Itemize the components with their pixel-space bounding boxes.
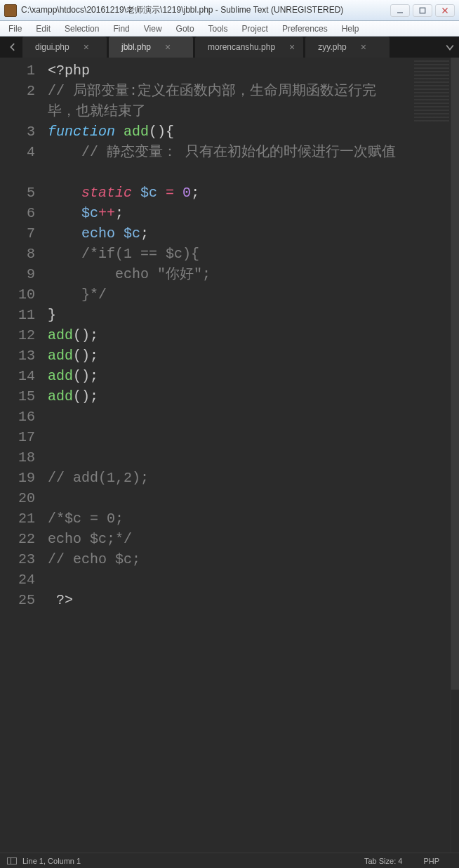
minimize-button[interactable]	[390, 4, 410, 17]
code-line[interactable]: ?>	[48, 590, 399, 610]
line-number: 11	[0, 305, 35, 325]
chevron-left-icon	[9, 43, 18, 51]
menu-edit[interactable]: Edit	[32, 22, 55, 35]
line-number: 12	[0, 325, 35, 346]
line-number: 22	[0, 529, 35, 549]
tab-zyy[interactable]: zyy.php ×	[305, 37, 390, 58]
line-number-wrap	[0, 162, 35, 183]
status-cursor[interactable]: Line 1, Column 1	[22, 857, 81, 865]
line-number: 2	[0, 81, 35, 101]
status-right: Tab Size: 4 PHP	[364, 857, 452, 865]
menu-preferences[interactable]: Preferences	[278, 22, 332, 35]
tab-close-icon[interactable]: ×	[361, 42, 366, 52]
line-number: 15	[0, 386, 35, 407]
scrollbar-vertical[interactable]	[451, 58, 459, 853]
code-line[interactable]: // 局部变量:定义在函数内部，生命周期函数运行完毕，也就结束了	[48, 81, 399, 121]
line-number: 5	[0, 183, 35, 203]
code-line[interactable]	[48, 427, 399, 447]
code-line[interactable]: add();	[48, 366, 399, 386]
code-line[interactable]: add();	[48, 325, 399, 346]
window-title: C:\xampp\htdocs\20161219\老师演示\1219\jbbl.…	[21, 4, 390, 16]
line-number: 19	[0, 468, 35, 488]
code-line[interactable]: // echo $c;	[48, 549, 399, 570]
line-number: 1	[0, 60, 35, 81]
svg-rect-1	[420, 8, 425, 13]
tab-close-icon[interactable]: ×	[289, 42, 295, 52]
line-number: 13	[0, 346, 35, 366]
panel-toggle-icon[interactable]	[7, 857, 17, 864]
menu-goto[interactable]: Goto	[172, 22, 199, 35]
code-line[interactable]: function add(){	[48, 121, 399, 142]
line-number: 8	[0, 244, 35, 264]
window-titlebar: C:\xampp\htdocs\20161219\老师演示\1219\jbbl.…	[0, 0, 459, 21]
code-line[interactable]: // add(1,2);	[48, 468, 399, 488]
tab-digui[interactable]: digui.php ×	[22, 37, 107, 58]
menu-help[interactable]: Help	[338, 22, 364, 35]
code-area[interactable]: <?php// 局部变量:定义在函数内部，生命周期函数运行完毕，也就结束了fun…	[44, 58, 459, 853]
line-number: 20	[0, 488, 35, 508]
line-number: 16	[0, 407, 35, 427]
code-line[interactable]	[48, 447, 399, 468]
chevron-down-icon	[446, 43, 454, 51]
line-number: 21	[0, 508, 35, 529]
code-line[interactable]: }*/	[48, 284, 399, 305]
line-number: 14	[0, 366, 35, 386]
menubar: File Edit Selection Find View Goto Tools…	[0, 21, 459, 37]
scrollbar-thumb[interactable]	[451, 58, 459, 690]
menu-view[interactable]: View	[140, 22, 166, 35]
line-number: 17	[0, 427, 35, 447]
code-line[interactable]: echo $c;*/	[48, 529, 399, 549]
line-number: 3	[0, 121, 35, 142]
minimize-icon	[397, 7, 404, 14]
code-line[interactable]: }	[48, 305, 399, 325]
tab-label: zyy.php	[318, 42, 346, 52]
code-line[interactable]: <?php	[48, 60, 399, 81]
code-line[interactable]: echo "你好";	[48, 264, 399, 284]
editor: 12 34 5678910111213141516171819202122232…	[0, 58, 459, 853]
line-number: 4	[0, 142, 35, 162]
line-number-wrap	[0, 101, 35, 121]
window-buttons	[390, 4, 455, 17]
tab-label: morencanshu.php	[208, 42, 275, 52]
tab-morencanshu[interactable]: morencanshu.php ×	[195, 37, 303, 58]
code-line[interactable]	[48, 488, 399, 508]
close-button[interactable]	[435, 4, 455, 17]
menu-find[interactable]: Find	[109, 22, 133, 35]
maximize-icon	[419, 7, 426, 14]
status-syntax[interactable]: PHP	[423, 857, 439, 865]
code-line[interactable]: add();	[48, 346, 399, 366]
tab-jbbl[interactable]: jbbl.php ×	[109, 37, 193, 58]
line-number: 18	[0, 447, 35, 468]
code-line[interactable]: add();	[48, 386, 399, 407]
tab-scroll-left[interactable]	[4, 37, 22, 58]
line-number: 10	[0, 284, 35, 305]
tab-label: jbbl.php	[121, 42, 151, 52]
statusbar: Line 1, Column 1 Tab Size: 4 PHP	[0, 853, 459, 868]
code-line[interactable]: static $c = 0;	[48, 183, 399, 203]
code-line[interactable]	[48, 570, 399, 590]
tab-label: digui.php	[35, 42, 69, 52]
app-icon	[4, 4, 17, 17]
tab-close-icon[interactable]: ×	[84, 42, 89, 52]
code-line[interactable]	[48, 407, 399, 427]
line-number: 7	[0, 223, 35, 244]
code-line[interactable]: /*if(1 == $c){	[48, 244, 399, 264]
menu-project[interactable]: Project	[238, 22, 272, 35]
menu-tools[interactable]: Tools	[204, 22, 232, 35]
line-gutter: 12 34 5678910111213141516171819202122232…	[0, 58, 44, 853]
line-number: 9	[0, 264, 35, 284]
code-line[interactable]: echo $c;	[48, 223, 399, 244]
maximize-button[interactable]	[413, 4, 432, 17]
line-number: 6	[0, 203, 35, 223]
code-line[interactable]: /*$c = 0;	[48, 508, 399, 529]
tab-overflow[interactable]	[441, 37, 459, 58]
status-tab-size[interactable]: Tab Size: 4	[364, 857, 402, 865]
code-line[interactable]: $c++;	[48, 203, 399, 223]
code-line[interactable]: // 静态变量： 只有在初始化的时候进行一次赋值	[48, 142, 399, 183]
line-number: 25	[0, 590, 35, 610]
menu-selection[interactable]: Selection	[60, 22, 103, 35]
tab-close-icon[interactable]: ×	[165, 42, 171, 52]
minimap[interactable]	[414, 60, 449, 124]
tabbar: digui.php × jbbl.php × morencanshu.php ×…	[0, 37, 459, 58]
menu-file[interactable]: File	[4, 22, 26, 35]
